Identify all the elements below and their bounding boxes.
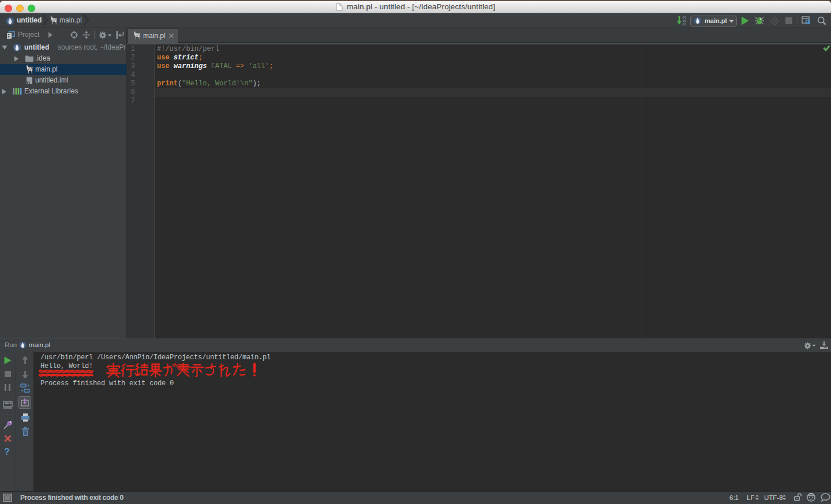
svg-text:01: 01 — [683, 23, 686, 26]
